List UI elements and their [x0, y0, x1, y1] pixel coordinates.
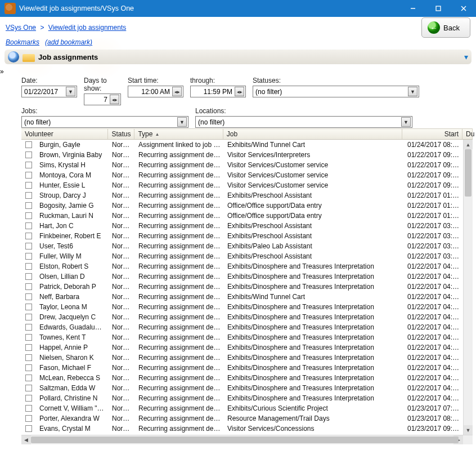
- row-checkbox[interactable]: [25, 141, 32, 148]
- row-checkbox[interactable]: [25, 293, 32, 300]
- table-row[interactable]: Sims, Krystal HNormalRecurring assignmen…: [21, 160, 473, 170]
- minimize-button[interactable]: [400, 0, 425, 17]
- row-checkbox[interactable]: [25, 202, 32, 209]
- table-row[interactable]: Burgin, GayleNormalAssignment linked to …: [21, 140, 473, 150]
- date-label: Date:: [21, 77, 77, 84]
- table-row[interactable]: Ruckman, Lauri NNormalRecurring assignme…: [21, 211, 473, 221]
- row-checkbox[interactable]: [25, 172, 32, 179]
- table-row[interactable]: Happel, Annie PNormalRecurring assignmen…: [21, 342, 473, 353]
- table-row[interactable]: Porter, Alexandra WNormalRecurring assig…: [21, 413, 473, 424]
- table-row[interactable]: Bogosity, Jamie GNormalRecurring assignm…: [21, 201, 473, 211]
- row-checkbox[interactable]: [25, 405, 32, 412]
- cell-status: Normal: [109, 415, 135, 422]
- scroll-track[interactable]: [31, 435, 453, 444]
- table-row[interactable]: Stroup, Darcy JNormalRecurring assignmen…: [21, 190, 473, 201]
- table-row[interactable]: Fuller, Willy MNormalRecurring assignmen…: [21, 251, 473, 261]
- table-row[interactable]: Montoya, Cora MNormalRecurring assignmen…: [21, 170, 473, 180]
- row-checkbox[interactable]: [25, 152, 32, 158]
- row-checkbox[interactable]: [25, 162, 32, 168]
- table-row[interactable]: Fason, Michael FNormalRecurring assignme…: [21, 363, 473, 373]
- jobs-select[interactable]: (no filter) ▼: [21, 116, 188, 128]
- row-checkbox[interactable]: [25, 364, 32, 371]
- back-button[interactable]: ← Back: [421, 17, 470, 38]
- scroll-track[interactable]: [464, 149, 473, 425]
- locations-select[interactable]: (no filter) ▼: [195, 116, 412, 128]
- table-row[interactable]: Finkbeiner, Robert ENormalRecurring assi…: [21, 231, 473, 241]
- statuses-select[interactable]: (no filter) ▼: [253, 86, 419, 97]
- col-type[interactable]: Type▲: [134, 129, 223, 139]
- cell-job: Exhibits/Dinosphere and Treasures Interp…: [224, 333, 404, 341]
- table-row[interactable]: User, Test6NormalRecurring assignment de…: [21, 241, 473, 251]
- table-row[interactable]: Saltzman, Edda WNormalRecurring assignme…: [21, 383, 473, 393]
- table-row[interactable]: Nielsen, Sharon KNormalRecurring assignm…: [21, 353, 473, 363]
- row-checkbox[interactable]: [25, 304, 32, 310]
- row-checkbox[interactable]: [25, 334, 32, 341]
- row-checkbox[interactable]: [25, 344, 32, 351]
- row-checkbox[interactable]: [25, 283, 32, 290]
- row-checkbox[interactable]: [25, 375, 32, 381]
- row-checkbox[interactable]: [25, 395, 32, 402]
- scroll-thumb[interactable]: [465, 149, 471, 197]
- close-button[interactable]: [451, 0, 476, 17]
- scroll-down-icon[interactable]: ▼: [464, 425, 473, 435]
- table-row[interactable]: Ponce, Richard TNormalRecurring assignme…: [21, 434, 473, 435]
- row-checkbox[interactable]: [25, 273, 32, 280]
- table-row[interactable]: Pollard, Christine NNormalRecurring assi…: [21, 393, 473, 403]
- col-status[interactable]: Status: [108, 129, 134, 139]
- horizontal-scrollbar[interactable]: ◀ ▶: [21, 435, 473, 444]
- table-row[interactable]: Townes, Kent TNormalRecurring assignment…: [21, 332, 473, 342]
- row-checkbox[interactable]: [25, 314, 32, 320]
- nav-forward-icon[interactable]: [8, 51, 19, 63]
- row-checkbox[interactable]: [25, 263, 32, 270]
- row-checkbox[interactable]: [25, 233, 32, 239]
- breadcrumb-current-link[interactable]: View/edit job assignments: [48, 24, 127, 32]
- table-row[interactable]: Olsen, Lillian DNormalRecurring assignme…: [21, 271, 473, 282]
- table-row[interactable]: Taylor, Leona MNormalRecurring assignmen…: [21, 302, 473, 312]
- close-icon: [461, 6, 466, 11]
- table-row[interactable]: Edwards, Guadalupe JNormalRecurring assi…: [21, 322, 473, 332]
- table-row[interactable]: Elston, Robert SNormalRecurring assignme…: [21, 261, 473, 271]
- days-to-show-input[interactable]: 7 ◂▸: [84, 93, 121, 105]
- table-row[interactable]: Brown, Virginia BabyNormalRecurring assi…: [21, 150, 473, 160]
- scroll-thumb[interactable]: [31, 436, 459, 443]
- table-row[interactable]: Drew, Jacquelyn CNormalRecurring assignm…: [21, 312, 473, 322]
- table-row[interactable]: Neff, BarbaraNormalRecurring assignment …: [21, 292, 473, 302]
- col-job[interactable]: Job: [223, 129, 403, 139]
- col-volunteer[interactable]: Volunteer: [21, 129, 108, 139]
- scroll-up-icon[interactable]: ▲: [464, 140, 473, 149]
- table-body[interactable]: Burgin, GayleNormalAssignment linked to …: [21, 140, 473, 435]
- cell-job: Office/Office support/Data entry: [224, 202, 404, 210]
- scroll-left-icon[interactable]: ◀: [21, 435, 31, 444]
- col-start[interactable]: Start: [402, 129, 462, 139]
- bookmarks-link[interactable]: Bookmarks: [6, 38, 39, 46]
- table-row[interactable]: Hunter, Essie LNormalRecurring assignmen…: [21, 180, 473, 190]
- row-checkbox[interactable]: [25, 415, 32, 422]
- date-input[interactable]: 01/22/2017 ▼: [21, 86, 77, 97]
- col-duration[interactable]: Du: [462, 129, 473, 139]
- table-row[interactable]: Evans, Crystal MNormalRecurring assignme…: [21, 424, 473, 434]
- row-checkbox[interactable]: [25, 324, 32, 331]
- maximize-button[interactable]: [425, 0, 451, 17]
- vertical-scrollbar[interactable]: ▲ ▼: [463, 140, 473, 435]
- collapse-all-icon[interactable]: »: [0, 68, 4, 75]
- section-dropdown-icon[interactable]: ▾: [464, 52, 468, 61]
- breadcrumb-root-link[interactable]: VSys One: [6, 24, 36, 32]
- cell-job: Exhibits/Dinosphere and Treasures Interp…: [224, 344, 404, 351]
- table-row[interactable]: Patrick, Deborah PNormalRecurring assign…: [21, 282, 473, 292]
- row-checkbox[interactable]: [25, 253, 32, 260]
- through-time-input[interactable]: 11:59 PM ◂▸: [190, 86, 246, 97]
- row-checkbox[interactable]: [25, 354, 32, 361]
- table-row[interactable]: McLean, Rebecca SNormalRecurring assignm…: [21, 373, 473, 383]
- row-checkbox[interactable]: [25, 222, 32, 229]
- row-checkbox[interactable]: [25, 425, 32, 432]
- row-checkbox[interactable]: [25, 385, 32, 391]
- table-row[interactable]: Hart, Jon CNormalRecurring assignment de…: [21, 221, 473, 231]
- table-row[interactable]: Cornett V, William "Mr. C"NormalRecurrin…: [21, 403, 473, 413]
- cell-status: Normal: [109, 141, 135, 149]
- row-checkbox[interactable]: [25, 182, 32, 189]
- row-checkbox[interactable]: [25, 192, 32, 199]
- row-checkbox[interactable]: [25, 243, 32, 249]
- row-checkbox[interactable]: [25, 212, 32, 219]
- add-bookmark-link[interactable]: (add bookmark): [45, 38, 92, 46]
- start-time-input[interactable]: 12:00 AM ◂▸: [128, 86, 183, 97]
